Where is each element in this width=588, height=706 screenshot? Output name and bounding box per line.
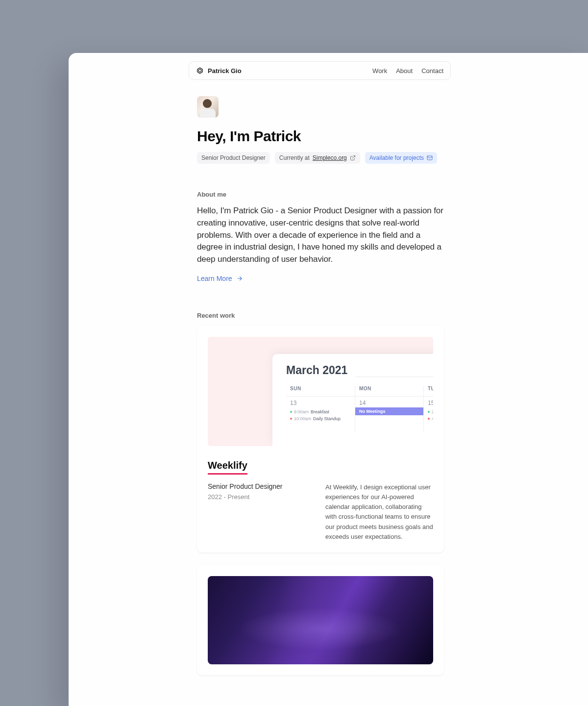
- calendar-col-sun: SUN 13 9:00am Breakfast 10:00am: [286, 386, 355, 432]
- badge-current: Currently at Simpleco.org: [275, 152, 360, 164]
- calendar-col-tue: TUE 15 2:0 4:1: [423, 386, 433, 432]
- nav-link-work[interactable]: Work: [372, 67, 387, 75]
- about-label: About me: [197, 191, 444, 198]
- nav-link-about[interactable]: About: [396, 67, 413, 75]
- event-time: 10:00am: [294, 416, 311, 421]
- event-dot-icon: [428, 411, 430, 413]
- calendar-mockup: March 2021 SUN 13 9:00am Breakfast: [272, 354, 433, 446]
- event-label: Breakfast: [311, 409, 329, 414]
- work-card-description: At Weeklify, I design exceptional user e…: [325, 482, 433, 542]
- arrow-right-icon: [236, 275, 243, 282]
- external-link-icon: [350, 155, 356, 161]
- event-dot-icon: [290, 411, 292, 413]
- event-time: 4:1: [432, 416, 433, 421]
- event-dot-icon: [428, 418, 430, 420]
- nav-brand[interactable]: Patrick Gio: [196, 67, 242, 75]
- badge-current-prefix: Currently at: [279, 154, 310, 161]
- event-time: 2:0: [432, 409, 433, 414]
- work-card-weeklify[interactable]: March 2021 SUN 13 9:00am Breakfast: [197, 326, 444, 553]
- brand-logo-icon: [196, 67, 204, 75]
- calendar-month: March 2021: [286, 364, 433, 377]
- calendar-date: 15: [424, 396, 433, 408]
- calendar-event: 2:0: [424, 408, 433, 415]
- work-card-body: Weeklify Senior Product Designer 2022 - …: [197, 446, 444, 553]
- hero-title: Hey, I'm Patrick: [197, 128, 444, 145]
- calendar-col-mon: MON 14 No Meetings: [355, 386, 423, 432]
- badge-available[interactable]: Available for projects: [365, 152, 437, 164]
- calendar-banner: No Meetings: [355, 407, 423, 415]
- calendar-event: 10:00am Daily Standup: [286, 415, 355, 422]
- event-dot-icon: [290, 418, 292, 420]
- svg-marker-0: [197, 68, 203, 74]
- about-text: Hello, I'm Patrick Gio - a Senior Produc…: [197, 205, 444, 266]
- calendar-day-label: MON: [355, 386, 423, 391]
- calendar-date: 14: [355, 396, 423, 408]
- badge-available-label: Available for projects: [369, 154, 424, 161]
- nav-links: Work About Contact: [372, 67, 443, 75]
- work-card-dates: 2022 - Present: [208, 493, 306, 501]
- badge-role: Senior Product Designer: [197, 152, 270, 164]
- event-label: Daily Standup: [313, 416, 341, 421]
- calendar-event: 9:00am Breakfast: [286, 408, 355, 415]
- svg-marker-1: [198, 69, 201, 73]
- event-time: 9:00am: [294, 409, 309, 414]
- calendar-rule: [356, 377, 433, 377]
- work-card-image: [208, 576, 433, 664]
- brand-name: Patrick Gio: [208, 67, 242, 75]
- nav-link-contact[interactable]: Contact: [421, 67, 443, 75]
- calendar-day-label: TUE: [424, 386, 433, 391]
- main-content: Hey, I'm Patrick Senior Product Designer…: [197, 96, 444, 675]
- badge-row: Senior Product Designer Currently at Sim…: [197, 152, 444, 164]
- top-nav: Patrick Gio Work About Contact: [189, 61, 451, 80]
- calendar-event: 4:1: [424, 415, 433, 422]
- calendar-date: 13: [286, 396, 355, 408]
- avatar: [197, 96, 219, 118]
- work-card-role: Senior Product Designer: [208, 482, 306, 490]
- svg-line-2: [352, 156, 355, 159]
- calendar-day-label: SUN: [286, 386, 355, 391]
- calendar-grid: SUN 13 9:00am Breakfast 10:00am: [286, 386, 433, 432]
- badge-current-link[interactable]: Simpleco.org: [313, 154, 347, 161]
- learn-more-label: Learn More: [197, 275, 232, 282]
- learn-more-link[interactable]: Learn More: [197, 275, 444, 282]
- mail-icon: [427, 155, 433, 161]
- recent-work-label: Recent work: [197, 312, 444, 319]
- work-card-second[interactable]: [197, 565, 444, 675]
- page-container: Patrick Gio Work About Contact Hey, I'm …: [69, 53, 588, 706]
- work-card-image: March 2021 SUN 13 9:00am Breakfast: [208, 337, 433, 446]
- work-card-title: Weeklify: [208, 460, 247, 475]
